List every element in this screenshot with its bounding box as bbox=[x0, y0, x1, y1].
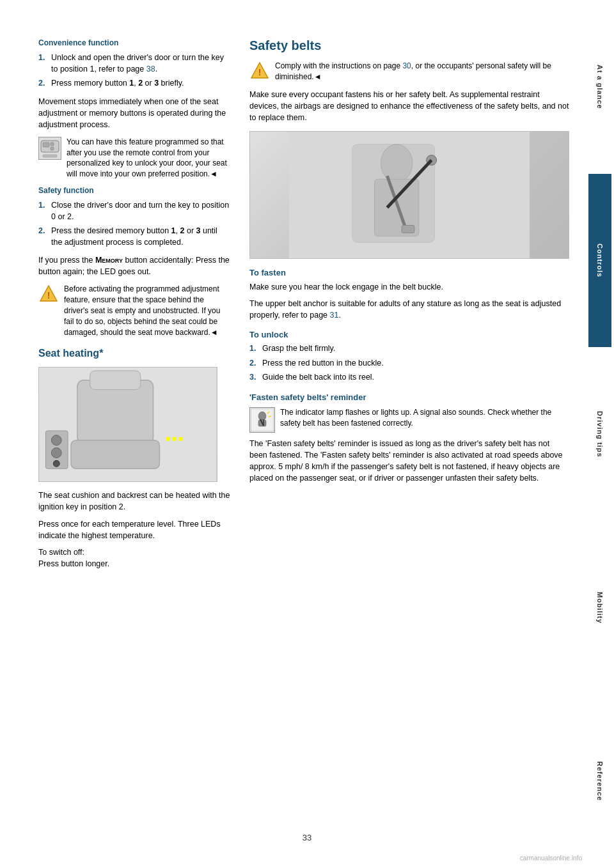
right-column: Safety belts ! Comply with the instructi… bbox=[249, 38, 569, 830]
safety-function-title: Safety function bbox=[38, 186, 230, 195]
unlock-steps: 1. Grasp the belt firmly. 2. Press the r… bbox=[249, 343, 569, 384]
to-fasten-title: To fasten bbox=[249, 268, 569, 277]
safety-belts-title: Safety belts bbox=[249, 38, 569, 53]
sidebar: At a glance Controls Driving tips Mobili… bbox=[588, 0, 614, 868]
seat-image bbox=[38, 367, 217, 482]
page-container: Convenience function 1. Unlock and open … bbox=[0, 0, 614, 868]
page-number: 33 bbox=[303, 833, 311, 842]
svg-rect-9 bbox=[71, 440, 159, 469]
watermark: carmanualsonline.info bbox=[520, 855, 582, 862]
svg-rect-4 bbox=[43, 155, 57, 157]
to-unlock-section: To unlock 1. Grasp the belt firmly. 2. P… bbox=[249, 330, 569, 384]
svg-rect-16 bbox=[172, 437, 176, 441]
remote-key-icon bbox=[38, 137, 61, 160]
convenience-note: You can have this feature programmed so … bbox=[38, 137, 230, 180]
safety-warning: ! Before activating the programmed adjus… bbox=[38, 284, 230, 337]
convenience-step-1: 1. Unlock and open the driver's door or … bbox=[38, 52, 230, 75]
svg-rect-15 bbox=[166, 437, 169, 441]
svg-rect-10 bbox=[90, 371, 141, 390]
unlock-step-1: 1. Grasp the belt firmly. bbox=[249, 343, 569, 355]
safety-warning-text: Before activating the programmed adjustm… bbox=[64, 284, 230, 337]
safety-step-1: 1. Close the driver's door and turn the … bbox=[38, 200, 230, 222]
seatbelt-indicator-icon bbox=[249, 407, 275, 433]
sidebar-tab-driving-tips[interactable]: Driving tips bbox=[588, 347, 611, 521]
convenience-body1: Movement stops immediately when one of t… bbox=[38, 96, 230, 130]
svg-rect-1 bbox=[43, 143, 49, 147]
seat-heating-body3: To switch off:Press button longer. bbox=[38, 546, 230, 570]
to-fasten-body2: The upper belt anchor is suitable for ad… bbox=[249, 298, 569, 321]
sidebar-tab-reference[interactable]: Reference bbox=[588, 694, 611, 868]
safety-body1: If you press the Memory button accidenta… bbox=[38, 254, 230, 277]
svg-point-14 bbox=[53, 461, 59, 467]
safety-steps: 1. Close the driver's door and turn the … bbox=[38, 200, 230, 248]
safety-belts-warning: ! Comply with the instructions on page 3… bbox=[249, 61, 569, 82]
unlock-step-3: 3. Guide the belt back into its reel. bbox=[249, 372, 569, 384]
sidebar-tab-at-a-glance[interactable]: At a glance bbox=[588, 0, 611, 174]
safety-belts-body1: Make sure every occupant fastens his or … bbox=[249, 89, 569, 123]
convenience-function-title: Convenience function bbox=[38, 38, 230, 47]
sidebar-tab-controls[interactable]: Controls bbox=[588, 174, 611, 348]
to-fasten-section: To fasten Make sure you hear the lock en… bbox=[249, 268, 569, 321]
seat-heating-body2: Press once for each temperature level. T… bbox=[38, 518, 230, 541]
fasten-reminder-section: 'Fasten safety belts' reminder bbox=[249, 392, 569, 484]
safety-belts-warning-text: Comply with the instructions on page 30,… bbox=[275, 61, 569, 82]
convenience-steps: 1. Unlock and open the driver's door or … bbox=[38, 52, 230, 89]
svg-text:!: ! bbox=[258, 67, 262, 77]
svg-point-12 bbox=[51, 435, 61, 446]
sidebar-driving-tips-label: Driving tips bbox=[596, 411, 604, 458]
sidebar-at-a-glance-label: At a glance bbox=[596, 65, 604, 109]
fasten-reminder-body2: The 'Fasten safety belts' reminder is is… bbox=[249, 438, 569, 484]
warning-triangle-icon: ! bbox=[38, 284, 59, 304]
seat-heating-body1: The seat cushion and backrest can be hea… bbox=[38, 490, 230, 513]
convenience-note-text: You can have this feature programmed so … bbox=[67, 137, 230, 180]
safety-step-2: 2. Press the desired memory button 1, 2 … bbox=[38, 226, 230, 248]
svg-point-29 bbox=[258, 412, 266, 421]
svg-line-34 bbox=[269, 416, 271, 417]
seat-heating-title: Seat heating* bbox=[38, 348, 230, 359]
safety-function-section: Safety function 1. Close the driver's do… bbox=[38, 186, 230, 337]
warning-belt-icon: ! bbox=[249, 61, 270, 81]
sidebar-reference-label: Reference bbox=[596, 761, 604, 801]
sidebar-tab-mobility[interactable]: Mobility bbox=[588, 521, 611, 695]
seatbelt-image bbox=[249, 131, 569, 259]
fasten-reminder-title: 'Fasten safety belts' reminder bbox=[249, 392, 569, 402]
svg-rect-17 bbox=[178, 437, 182, 441]
seat-heating-section: Seat heating* bbox=[38, 348, 230, 570]
unlock-step-2: 2. Press the red button in the buckle. bbox=[249, 358, 569, 369]
to-unlock-title: To unlock bbox=[249, 330, 569, 339]
convenience-function-section: Convenience function 1. Unlock and open … bbox=[38, 38, 230, 180]
svg-point-13 bbox=[51, 448, 61, 458]
svg-rect-3 bbox=[51, 147, 54, 150]
sidebar-mobility-label: Mobility bbox=[596, 592, 604, 624]
convenience-step-2: 2. Press memory button 1, 2 or 3 briefly… bbox=[38, 78, 230, 89]
svg-text:!: ! bbox=[47, 290, 51, 300]
fasten-reminder-box: The indicator lamp flashes or lights up.… bbox=[249, 407, 569, 433]
left-column: Convenience function 1. Unlock and open … bbox=[38, 38, 230, 830]
main-content: Convenience function 1. Unlock and open … bbox=[0, 0, 588, 868]
to-fasten-body1: Make sure you hear the lock engage in th… bbox=[249, 281, 569, 293]
sidebar-controls-label: Controls bbox=[596, 244, 604, 277]
safety-belts-section: Safety belts ! Comply with the instructi… bbox=[249, 38, 569, 484]
svg-rect-2 bbox=[51, 143, 54, 146]
svg-rect-25 bbox=[352, 144, 435, 242]
fasten-reminder-body1: The indicator lamp flashes or lights up.… bbox=[280, 407, 569, 433]
